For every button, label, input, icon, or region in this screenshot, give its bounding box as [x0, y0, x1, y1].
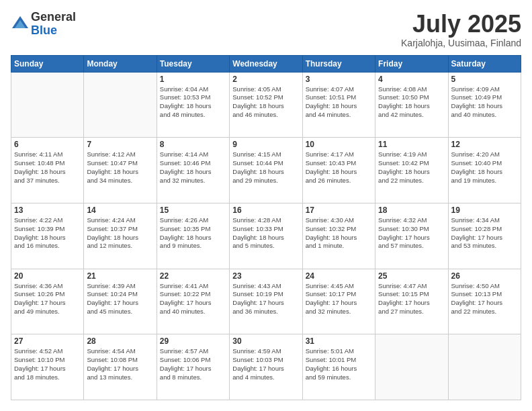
calendar-cell: 13Sunrise: 4:22 AM Sunset: 10:39 PM Dayl…	[11, 203, 84, 269]
weekday-header-tuesday: Tuesday	[157, 55, 229, 72]
calendar-cell: 1Sunrise: 4:04 AM Sunset: 10:53 PM Dayli…	[157, 72, 229, 138]
weekday-header-wednesday: Wednesday	[230, 55, 302, 72]
calendar-cell: 6Sunrise: 4:11 AM Sunset: 10:48 PM Dayli…	[11, 138, 84, 203]
calendar-cell: 23Sunrise: 4:43 AM Sunset: 10:19 PM Dayl…	[230, 269, 302, 334]
month-title: July 2025	[401, 11, 521, 38]
calendar-cell: 10Sunrise: 4:17 AM Sunset: 10:43 PM Dayl…	[302, 138, 375, 203]
day-info: Sunrise: 4:54 AM Sunset: 10:08 PM Daylig…	[87, 347, 153, 381]
day-number: 17	[306, 205, 372, 215]
day-info: Sunrise: 4:34 AM Sunset: 10:28 PM Daylig…	[451, 216, 518, 250]
calendar-cell: 30Sunrise: 4:59 AM Sunset: 10:03 PM Dayl…	[230, 334, 302, 400]
calendar-cell: 14Sunrise: 4:24 AM Sunset: 10:37 PM Dayl…	[84, 203, 157, 269]
calendar-cell: 20Sunrise: 4:36 AM Sunset: 10:26 PM Dayl…	[11, 269, 84, 334]
day-number: 15	[160, 205, 226, 215]
logo-text: General Blue	[31, 11, 76, 38]
calendar-cell: 9Sunrise: 4:15 AM Sunset: 10:44 PM Dayli…	[230, 138, 302, 203]
header: General Blue July 2025 Karjalohja, Uusim…	[11, 11, 521, 48]
day-number: 9	[232, 140, 299, 149]
day-info: Sunrise: 5:01 AM Sunset: 10:01 PM Daylig…	[306, 347, 372, 381]
day-info: Sunrise: 4:57 AM Sunset: 10:06 PM Daylig…	[160, 347, 226, 381]
day-info: Sunrise: 4:08 AM Sunset: 10:50 PM Daylig…	[378, 85, 445, 120]
calendar-cell: 31Sunrise: 5:01 AM Sunset: 10:01 PM Dayl…	[302, 334, 375, 400]
calendar-cell: 24Sunrise: 4:45 AM Sunset: 10:17 PM Dayl…	[302, 269, 375, 334]
logo: General Blue	[11, 11, 76, 38]
day-info: Sunrise: 4:36 AM Sunset: 10:26 PM Daylig…	[14, 282, 81, 316]
day-number: 10	[306, 140, 372, 149]
day-info: Sunrise: 4:09 AM Sunset: 10:49 PM Daylig…	[451, 85, 518, 120]
calendar-cell: 11Sunrise: 4:19 AM Sunset: 10:42 PM Dayl…	[375, 138, 448, 203]
day-info: Sunrise: 4:12 AM Sunset: 10:47 PM Daylig…	[87, 150, 153, 185]
day-number: 30	[232, 336, 299, 346]
calendar-cell: 29Sunrise: 4:57 AM Sunset: 10:06 PM Dayl…	[157, 334, 229, 400]
day-info: Sunrise: 4:39 AM Sunset: 10:24 PM Daylig…	[87, 282, 153, 316]
calendar-cell: 16Sunrise: 4:28 AM Sunset: 10:33 PM Dayl…	[230, 203, 302, 269]
calendar-table: SundayMondayTuesdayWednesdayThursdayFrid…	[11, 55, 521, 400]
day-number: 11	[378, 140, 445, 149]
day-number: 18	[378, 205, 445, 215]
day-info: Sunrise: 4:26 AM Sunset: 10:35 PM Daylig…	[160, 216, 226, 250]
day-number: 13	[14, 205, 81, 215]
day-info: Sunrise: 4:20 AM Sunset: 10:40 PM Daylig…	[451, 150, 518, 185]
day-number: 31	[306, 336, 372, 346]
day-info: Sunrise: 4:59 AM Sunset: 10:03 PM Daylig…	[232, 347, 299, 381]
calendar-cell	[84, 72, 157, 138]
day-number: 29	[160, 336, 226, 346]
day-number: 24	[306, 271, 372, 281]
calendar-cell: 4Sunrise: 4:08 AM Sunset: 10:50 PM Dayli…	[375, 72, 448, 138]
weekday-header-thursday: Thursday	[302, 55, 375, 72]
calendar-cell: 25Sunrise: 4:47 AM Sunset: 10:15 PM Dayl…	[375, 269, 448, 334]
day-number: 6	[14, 140, 81, 149]
calendar-cell: 17Sunrise: 4:30 AM Sunset: 10:32 PM Dayl…	[302, 203, 375, 269]
calendar-cell: 3Sunrise: 4:07 AM Sunset: 10:51 PM Dayli…	[302, 72, 375, 138]
day-info: Sunrise: 4:45 AM Sunset: 10:17 PM Daylig…	[306, 282, 372, 316]
calendar-cell: 27Sunrise: 4:52 AM Sunset: 10:10 PM Dayl…	[11, 334, 84, 400]
day-number: 1	[160, 75, 226, 84]
day-info: Sunrise: 4:14 AM Sunset: 10:46 PM Daylig…	[160, 150, 226, 185]
calendar-cell	[11, 72, 84, 138]
day-info: Sunrise: 4:19 AM Sunset: 10:42 PM Daylig…	[378, 150, 445, 185]
day-info: Sunrise: 4:04 AM Sunset: 10:53 PM Daylig…	[160, 85, 226, 120]
calendar-cell: 18Sunrise: 4:32 AM Sunset: 10:30 PM Dayl…	[375, 203, 448, 269]
calendar-cell: 8Sunrise: 4:14 AM Sunset: 10:46 PM Dayli…	[157, 138, 229, 203]
day-number: 20	[14, 271, 81, 281]
calendar-cell: 19Sunrise: 4:34 AM Sunset: 10:28 PM Dayl…	[448, 203, 521, 269]
day-number: 14	[87, 205, 153, 215]
day-info: Sunrise: 4:43 AM Sunset: 10:19 PM Daylig…	[232, 282, 299, 316]
day-number: 5	[451, 75, 518, 84]
day-info: Sunrise: 4:07 AM Sunset: 10:51 PM Daylig…	[306, 85, 372, 120]
calendar-cell: 7Sunrise: 4:12 AM Sunset: 10:47 PM Dayli…	[84, 138, 157, 203]
weekday-header-friday: Friday	[375, 55, 448, 72]
calendar-cell	[375, 334, 448, 400]
day-number: 23	[232, 271, 299, 281]
calendar-cell: 28Sunrise: 4:54 AM Sunset: 10:08 PM Dayl…	[84, 334, 157, 400]
calendar-cell: 26Sunrise: 4:50 AM Sunset: 10:13 PM Dayl…	[448, 269, 521, 334]
logo-icon	[11, 15, 30, 34]
weekday-header-saturday: Saturday	[448, 55, 521, 72]
day-number: 22	[160, 271, 226, 281]
page: General Blue July 2025 Karjalohja, Uusim…	[0, 0, 532, 411]
day-number: 4	[378, 75, 445, 84]
day-info: Sunrise: 4:24 AM Sunset: 10:37 PM Daylig…	[87, 216, 153, 250]
day-number: 28	[87, 336, 153, 346]
day-number: 25	[378, 271, 445, 281]
day-info: Sunrise: 4:50 AM Sunset: 10:13 PM Daylig…	[451, 282, 518, 316]
logo-general: General	[31, 10, 76, 24]
calendar-cell	[448, 334, 521, 400]
day-number: 16	[232, 205, 299, 215]
calendar-cell: 2Sunrise: 4:05 AM Sunset: 10:52 PM Dayli…	[230, 72, 302, 138]
day-info: Sunrise: 4:05 AM Sunset: 10:52 PM Daylig…	[232, 85, 299, 120]
day-info: Sunrise: 4:11 AM Sunset: 10:48 PM Daylig…	[14, 150, 81, 185]
weekday-header-monday: Monday	[84, 55, 157, 72]
day-info: Sunrise: 4:52 AM Sunset: 10:10 PM Daylig…	[14, 347, 81, 381]
weekday-header-sunday: Sunday	[11, 55, 84, 72]
location: Karjalohja, Uusimaa, Finland	[401, 38, 521, 48]
day-info: Sunrise: 4:30 AM Sunset: 10:32 PM Daylig…	[306, 216, 372, 250]
day-number: 21	[87, 271, 153, 281]
day-number: 3	[306, 75, 372, 84]
day-info: Sunrise: 4:32 AM Sunset: 10:30 PM Daylig…	[378, 216, 445, 250]
day-number: 8	[160, 140, 226, 149]
calendar-cell: 5Sunrise: 4:09 AM Sunset: 10:49 PM Dayli…	[448, 72, 521, 138]
day-number: 27	[14, 336, 81, 346]
day-info: Sunrise: 4:22 AM Sunset: 10:39 PM Daylig…	[14, 216, 81, 250]
calendar-cell: 21Sunrise: 4:39 AM Sunset: 10:24 PM Dayl…	[84, 269, 157, 334]
